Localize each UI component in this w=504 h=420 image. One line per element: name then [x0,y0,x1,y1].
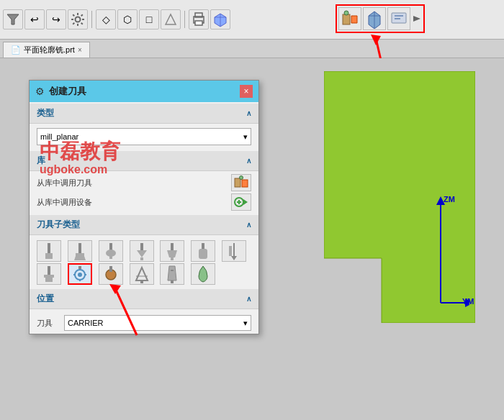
svg-rect-53 [171,280,174,283]
tab-bar: 📄 平面轮廓铣.prt × [0,40,504,58]
subtype-btn-10[interactable] [130,263,154,285]
section-header-library[interactable]: 库 ∧ [30,151,258,171]
position-section: 刀具 CARRIER ▾ [30,309,258,334]
subtype-btn-2[interactable] [99,240,123,262]
library-section: 从库中调用刀具 从库中调用设备 [30,171,258,214]
tab-file-label: 平面轮廓铣.prt [24,45,75,55]
dialog-title-left: ⚙ 创建刀具 [35,85,86,98]
type-dropdown-arrow: ▾ [243,132,248,142]
svg-rect-27 [76,253,84,256]
svg-marker-11 [413,16,420,22]
svg-rect-18 [235,178,240,187]
library-row2-btn[interactable] [231,193,251,211]
subtype-btn-1[interactable] [68,240,92,262]
svg-rect-34 [171,257,174,260]
section-header-position[interactable]: 位置 ∧ [30,289,258,309]
library-row-2: 从库中调用设备 [37,193,251,211]
svg-rect-25 [45,253,53,259]
svg-point-6 [344,11,348,15]
svg-rect-20 [242,180,248,187]
tab-file[interactable]: 📄 平面轮廓铣.prt × [3,42,90,58]
toolbar-gear-btn[interactable] [68,9,88,29]
top-toolbar: ↩ ↪ ◇ ⬡ □ [0,0,504,40]
subtype-btn-9[interactable] [99,263,123,285]
svg-rect-37 [229,246,232,256]
subtype-btn-4[interactable] [160,240,184,262]
svg-rect-39 [45,278,53,282]
toolbar-print-btn[interactable] [189,9,209,29]
toolbar-undo-btn[interactable]: ↩ [24,9,45,29]
dialog-create-tool: ⚙ 创建刀具 × 类型 ∧ mill_planar ▾ 库 ∧ 从库中调用刀具 [29,80,259,334]
position-row: 刀具 CARRIER ▾ [37,315,251,331]
subtype-btn-7[interactable] [37,263,61,285]
subtype-btn-6[interactable] [222,240,246,262]
highlight-btn-2[interactable] [363,7,386,30]
subtype-btn-12[interactable] [191,263,215,285]
subtype-btn-3[interactable] [130,240,154,262]
dialog-gear-icon: ⚙ [35,86,45,97]
svg-rect-35 [202,243,204,249]
subtype-btn-0[interactable] [37,240,61,262]
svg-marker-0 [7,14,19,24]
subtype-section [30,235,258,288]
library-row1-btn[interactable] [231,174,251,191]
dialog-close-btn[interactable]: × [240,85,253,98]
type-dropdown[interactable]: mill_planar ▾ [37,128,251,145]
toolbar-rect-btn[interactable]: □ [139,9,159,29]
highlight-btn-3[interactable] [387,7,410,30]
section-position-chevron: ∧ [246,295,251,303]
svg-rect-31 [140,243,143,250]
tab-close-btn[interactable]: × [78,46,82,54]
section-type-chevron: ∧ [246,109,251,117]
toolbar-diamond-btn[interactable]: ◇ [96,9,116,29]
toolbar-sep-2 [184,11,185,28]
type-section: mill_planar ▾ [30,124,258,150]
toolbar-redo-btn[interactable]: ↪ [46,9,66,29]
svg-rect-51 [140,280,143,283]
svg-marker-7 [351,16,357,23]
position-dropdown[interactable]: CARRIER ▾ [64,315,251,331]
svg-rect-48 [109,266,112,272]
svg-rect-28 [109,243,112,250]
svg-point-1 [76,17,81,22]
svg-point-19 [240,176,243,180]
toolbar-filter-btn[interactable] [3,9,23,29]
svg-rect-26 [78,243,81,253]
svg-rect-30 [109,253,112,259]
subtype-btn-5[interactable] [191,240,215,262]
subtype-btn-11[interactable] [160,263,184,285]
toolbar-hex-btn[interactable]: ⬡ [117,9,138,29]
position-dropdown-value: CARRIER [68,319,104,327]
position-field-label: 刀具 [37,318,58,329]
section-position-label: 位置 [37,293,54,305]
highlight-btn-1[interactable] [338,7,361,30]
svg-rect-36 [199,249,207,259]
section-library-label: 库 [37,155,45,167]
section-header-subtype[interactable]: 刀具子类型 ∧ [30,215,258,235]
tab-file-icon: 📄 [11,45,21,55]
subtype-grid [37,240,251,285]
toolbar-3d-btn[interactable] [210,9,230,29]
dialog-title-text: 创建刀具 [49,85,86,98]
svg-rect-46 [78,266,81,269]
svg-rect-32 [140,257,143,260]
toolbar-highlight-box [336,4,425,33]
svg-rect-4 [195,21,202,25]
section-header-type[interactable]: 类型 ∧ [30,104,258,124]
position-dropdown-arrow: ▾ [243,319,248,328]
toolbar-shape1-btn[interactable] [161,9,181,29]
svg-point-41 [78,273,82,277]
subtype-btn-8[interactable] [68,263,92,285]
svg-rect-5 [343,14,350,24]
toolbar-group-left: ↩ ↪ ◇ ⬡ □ [3,9,230,29]
main-area: ZM YM 中磊教育 ugboke.com ⚙ 创建刀具 × 类型 ∧ mill… [0,58,504,420]
axis-zm-label: ZM [444,195,455,204]
axis-ym-label: YM [462,297,474,306]
axis-container: ZM YM [412,195,469,312]
svg-rect-38 [48,266,50,275]
toolbar-sep-1 [91,11,92,28]
dialog-titlebar[interactable]: ⚙ 创建刀具 × [30,81,258,102]
svg-rect-8 [392,13,406,23]
library-row-1: 从库中调用刀具 [37,174,251,191]
section-subtype-label: 刀具子类型 [37,219,80,231]
